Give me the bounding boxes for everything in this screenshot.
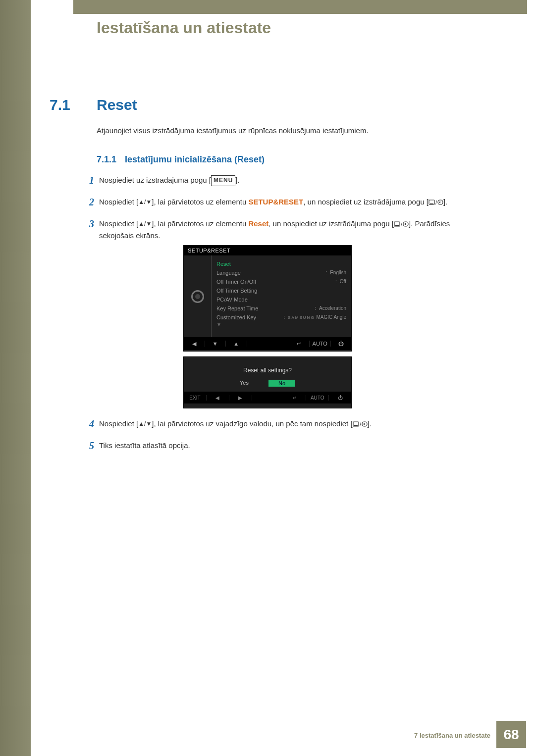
ctrl-up-icon: ▲	[226, 341, 247, 347]
updown-icon: ▲/▼	[138, 198, 152, 207]
text: ].	[368, 419, 372, 428]
ctrl-right-icon: ▶	[229, 395, 252, 401]
gear-icon	[191, 290, 204, 303]
section-title: Reset	[97, 97, 137, 113]
select-return-icon: /	[428, 198, 443, 207]
menu-row-offtimer-onoff: Off Timer On/Off:Off	[216, 277, 346, 286]
step-text: Nospiediet [▲/▼], lai pārvietotos uz ele…	[99, 194, 461, 210]
text: , un nospiediet uz izstrādājuma pogu [	[303, 198, 428, 206]
chapter-title: Iestatīšana un atiestate	[97, 19, 271, 37]
ctrl-left-icon: ◀	[207, 395, 229, 401]
step-text: Nospiediet uz izstrādājuma pogu [MENU].	[99, 172, 461, 188]
label: Customized Key	[216, 314, 256, 320]
osd-title: SETUP&RESET	[184, 246, 351, 255]
subsection-number: 7.1.1	[97, 154, 116, 165]
highlight: SETUP&RESET	[248, 198, 303, 206]
confirm-buttons: Yes No	[184, 380, 351, 392]
label: Key Repeat Time	[216, 305, 258, 311]
subsection-title: Iestatījumu inicializēšana (Reset)	[125, 154, 265, 165]
select-return-icon: /	[394, 219, 409, 229]
label: Reset	[216, 261, 231, 267]
label: Language	[216, 270, 241, 276]
steps-list-lower: 4 Nospiediet [▲/▼], lai pārvietotos uz v…	[84, 416, 461, 459]
updown-icon: ▲/▼	[138, 419, 152, 429]
steps-list: 1 Nospiediet uz izstrādājuma pogu [MENU]…	[84, 172, 461, 248]
step-text: Tiks iestatīta atlasītā opcija.	[99, 438, 461, 454]
value: MAGIC Angle	[316, 314, 346, 320]
label: PC/AV Mode	[216, 297, 248, 302]
menu-row-reset: Reset	[216, 259, 346, 268]
ctrl-exit: EXIT	[184, 395, 207, 401]
svg-text:/: /	[401, 221, 403, 227]
value: Acceleration	[319, 305, 346, 311]
ctrl-power-icon: ⏻	[331, 341, 352, 347]
value: Off	[340, 279, 346, 284]
brand: SAMSUNG	[288, 315, 315, 320]
menu-row-language: Language:English	[216, 268, 346, 277]
tab-notch	[37, 0, 73, 23]
step-number: 5	[84, 438, 99, 454]
osd-confirm-dialog: Reset all settings? Yes No EXIT ◀ ▶ ↵ AU…	[183, 356, 352, 408]
menu-icon: MENU	[211, 175, 235, 186]
label: Off Timer On/Off	[216, 279, 256, 285]
menu-row-pcav: PC/AV Mode	[216, 295, 346, 304]
step-1: 1 Nospiediet uz izstrādājuma pogu [MENU]…	[84, 172, 461, 188]
label: Off Timer Setting	[216, 288, 257, 294]
text: ], lai pārvietotos uz elementu	[152, 219, 248, 228]
text: ], lai pārvietotos uz elementu	[152, 198, 248, 206]
step-number: 3	[84, 216, 99, 242]
ctrl-auto: AUTO	[310, 341, 331, 347]
text: , un nospiediet uz izstrādājuma pogu [	[268, 219, 394, 228]
yes-button: Yes	[240, 380, 249, 387]
confirm-message: Reset all settings?	[184, 357, 351, 380]
menu-row-offtimer-setting: Off Timer Setting	[216, 286, 346, 295]
step-2: 2 Nospiediet [▲/▼], lai pārvietotos uz e…	[84, 194, 461, 210]
step-number: 2	[84, 194, 99, 210]
text: Nospiediet [	[99, 219, 138, 228]
osd-control-bar: EXIT ◀ ▶ ↵ AUTO ⏻	[184, 392, 351, 403]
ctrl-down-icon: ▼	[205, 341, 226, 347]
select-return-icon: /	[353, 419, 368, 429]
ctrl-left-icon: ◀	[184, 341, 205, 347]
ctrl-enter-icon: ↵	[289, 341, 310, 347]
menu-row-keyrepeat: Key Repeat Time:Acceleration	[216, 304, 346, 313]
section-number: 7.1	[50, 97, 70, 113]
step-3: 3 Nospiediet [▲/▼], lai pārvietotos uz e…	[84, 216, 461, 242]
step-5: 5 Tiks iestatīta atlasītā opcija.	[84, 438, 461, 454]
text: ].	[235, 176, 239, 184]
svg-text:/: /	[435, 200, 437, 205]
ctrl-auto: AUTO	[306, 395, 329, 401]
svg-rect-5	[395, 225, 399, 226]
step-number: 4	[84, 416, 99, 432]
footer-chapter-label: 7 Iestatīšana un atiestate	[414, 732, 490, 739]
footer: 7 Iestatīšana un atiestate 68	[0, 721, 535, 748]
step-number: 1	[84, 172, 99, 188]
page-number: 68	[496, 721, 526, 748]
left-stripe	[0, 0, 31, 756]
intro-text: Atjaunojiet visus izstrādājuma iestatīju…	[97, 126, 369, 135]
chevron-down-icon: ▼	[216, 322, 346, 327]
text: Nospiediet [	[99, 198, 138, 206]
svg-text:/: /	[360, 421, 362, 427]
svg-rect-1	[430, 203, 433, 204]
value: English	[330, 270, 346, 275]
step-4: 4 Nospiediet [▲/▼], lai pārvietotos uz v…	[84, 416, 461, 432]
osd-control-bar: ◀ ▼ ▲ ↵ AUTO ⏻	[184, 337, 351, 350]
updown-icon: ▲/▼	[138, 219, 152, 229]
highlight: Reset	[248, 219, 268, 228]
ctrl-enter-icon: ↵	[283, 395, 306, 401]
top-bar	[37, 0, 527, 14]
text: Nospiediet [	[99, 419, 138, 428]
step-text: Nospiediet [▲/▼], lai pārvietotos uz ele…	[99, 216, 461, 242]
step-text: Nospiediet [▲/▼], lai pārvietotos uz vaj…	[99, 416, 461, 432]
text: ], lai pārvietotos uz vajadzīgo valodu, …	[152, 419, 352, 428]
osd-menu-panel: SETUP&RESET Reset Language:English Off T…	[183, 245, 352, 352]
osd-menu-list: Reset Language:English Off Timer On/Off:…	[211, 255, 351, 337]
text: Nospiediet uz izstrādājuma pogu [	[99, 176, 211, 184]
ctrl-power-icon: ⏻	[329, 395, 351, 401]
no-button: No	[268, 380, 295, 387]
menu-row-customkey: Customized Key:SAMSUNG MAGIC Angle	[216, 313, 346, 322]
osd-left-column	[184, 255, 211, 337]
text: ].	[443, 198, 447, 206]
svg-rect-9	[354, 425, 358, 426]
